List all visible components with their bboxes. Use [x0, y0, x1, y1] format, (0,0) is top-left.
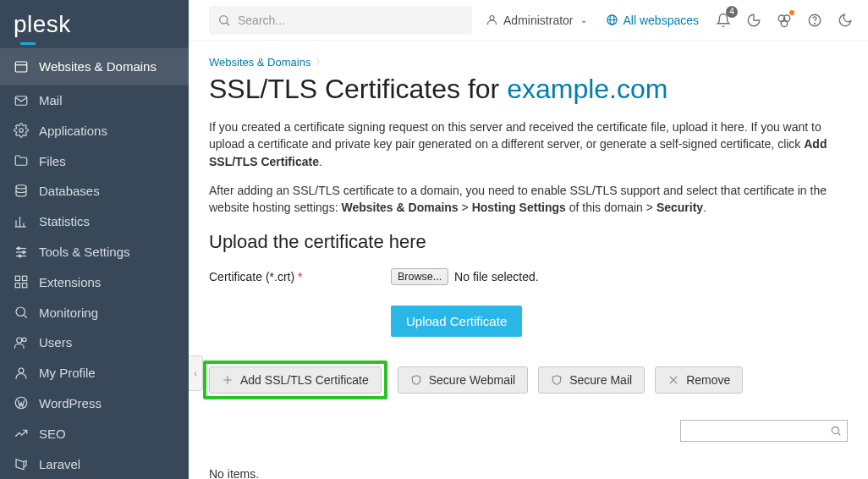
help-button[interactable]: [802, 8, 827, 33]
svg-point-27: [490, 16, 494, 20]
sidebar-item-laravel[interactable]: Laravel: [0, 449, 189, 479]
subscriptions-label: All webspaces: [624, 14, 700, 27]
notifications-button[interactable]: 4: [711, 8, 736, 33]
sidebar-item-mail[interactable]: Mail: [0, 85, 189, 116]
wordpress-icon: [14, 395, 29, 410]
collapse-sidebar-handle[interactable]: ‹: [189, 355, 203, 391]
search-icon: [14, 305, 29, 320]
sidebar-item-label: Extensions: [39, 275, 101, 289]
sidebar-item-wordpress[interactable]: WordPress: [0, 388, 189, 419]
sidebar-item-label: My Profile: [39, 366, 96, 380]
extras-button[interactable]: [772, 8, 797, 33]
svg-point-38: [832, 427, 838, 434]
sidebar-item-label: Laravel: [39, 457, 80, 471]
mail-icon: [14, 93, 29, 108]
chevron-down-icon: ⌄: [580, 15, 587, 25]
sidebar-item-label: Websites & Domains: [39, 59, 157, 74]
seo-icon: [14, 426, 29, 441]
secure-webmail-button[interactable]: Secure Webmail: [398, 366, 528, 394]
sidebar-item-seo[interactable]: SEO: [0, 418, 189, 449]
svg-point-4: [16, 184, 26, 189]
sliders-icon: [14, 245, 29, 260]
svg-rect-2: [15, 96, 27, 105]
svg-point-3: [19, 129, 24, 133]
secure-mail-button[interactable]: Secure Mail: [538, 366, 645, 394]
action-label: Secure Mail: [569, 373, 632, 387]
svg-point-22: [23, 338, 27, 342]
table-search-input[interactable]: [686, 425, 827, 438]
sidebar-item-label: Statistics: [39, 214, 90, 228]
globe-icon: [606, 14, 618, 26]
sidebar-item-label: Files: [39, 154, 66, 168]
action-label: Remove: [686, 373, 730, 387]
upload-certificate-button[interactable]: Upload Certificate: [391, 306, 522, 337]
plus-icon: [222, 374, 233, 386]
dot-badge: [789, 10, 794, 15]
sidebar-item-tools-settings[interactable]: Tools & Settings: [0, 237, 189, 267]
svg-point-35: [815, 23, 816, 24]
svg-point-25: [220, 15, 228, 23]
user-icon: [486, 14, 498, 26]
intro-paragraph-1: If you created a certificate signing req…: [209, 118, 848, 170]
admin-menu[interactable]: Administrator ⌄: [479, 10, 593, 30]
topbar: Administrator ⌄ All webspaces 4: [189, 0, 868, 41]
admin-label: Administrator: [503, 14, 573, 27]
sidebar-item-label: Monitoring: [39, 306, 98, 320]
brand-logo[interactable]: plesk: [0, 0, 189, 48]
svg-rect-16: [23, 277, 27, 281]
browse-button[interactable]: Browse...: [391, 268, 448, 285]
page-title-domain[interactable]: example.com: [507, 74, 667, 104]
highlight-frame: Add SSL/TLS Certificate: [203, 361, 387, 399]
dark-mode-button[interactable]: [832, 8, 858, 33]
no-file-text: No file selected.: [454, 270, 539, 284]
sidebar-item-extensions[interactable]: Extensions: [0, 267, 189, 297]
gear-icon: [14, 123, 29, 138]
svg-rect-17: [15, 284, 19, 288]
shield-icon: [551, 374, 563, 386]
sidebar-item-monitoring[interactable]: Monitoring: [0, 297, 189, 328]
sidebar: plesk Websites & Domains Mail Applicatio…: [0, 0, 189, 479]
database-icon: [14, 184, 29, 199]
global-search[interactable]: [209, 6, 472, 35]
action-label: Add SSL/TLS Certificate: [240, 373, 369, 387]
sidebar-item-users[interactable]: Users: [0, 328, 189, 358]
subscriptions-menu[interactable]: All webspaces: [599, 10, 706, 30]
search-icon: [217, 14, 231, 27]
svg-line-20: [24, 315, 26, 317]
add-ssl-button[interactable]: Add SSL/TLS Certificate: [209, 366, 382, 394]
no-items-text: No items.: [209, 467, 848, 479]
sidebar-item-my-profile[interactable]: My Profile: [0, 358, 189, 388]
sidebar-item-label: Applications: [39, 124, 107, 138]
svg-point-19: [16, 307, 25, 317]
action-bar: ‹ Add SSL/TLS Certificate Secure Webmail: [209, 361, 848, 399]
sidebar-item-statistics[interactable]: Statistics: [0, 206, 189, 237]
sidebar-item-label: Mail: [39, 93, 63, 107]
grid-icon: [14, 274, 29, 289]
sidebar-item-databases[interactable]: Databases: [0, 176, 189, 206]
folder-icon: [14, 153, 29, 168]
sidebar-item-label: WordPress: [39, 396, 102, 410]
svg-point-21: [17, 338, 22, 343]
table-search[interactable]: [680, 420, 848, 442]
breadcrumb: Websites & Domains 〉: [209, 56, 848, 69]
search-input[interactable]: [238, 14, 464, 27]
laravel-icon: [14, 456, 29, 471]
sidebar-item-files[interactable]: Files: [0, 146, 189, 176]
sidebar-item-websites-domains[interactable]: Websites & Domains: [0, 48, 189, 85]
x-icon: [667, 374, 679, 386]
main: Administrator ⌄ All webspaces 4: [189, 0, 868, 479]
svg-line-39: [838, 433, 841, 436]
sidebar-item-applications[interactable]: Applications: [0, 116, 189, 146]
svg-point-23: [19, 368, 24, 373]
remove-button[interactable]: Remove: [655, 366, 743, 394]
svg-point-33: [781, 20, 788, 27]
svg-line-26: [227, 23, 229, 25]
breadcrumb-parent[interactable]: Websites & Domains: [209, 56, 310, 69]
intro-paragraph-2: After adding an SSL/TLS certificate to a…: [209, 182, 848, 217]
search-icon: [830, 425, 842, 437]
sidebar-item-label: Users: [39, 335, 72, 350]
performance-button[interactable]: [741, 8, 766, 33]
svg-rect-18: [23, 284, 27, 288]
certificate-field-row: Certificate (*.crt) * Browse... No file …: [209, 268, 848, 285]
action-label: Secure Webmail: [429, 373, 515, 387]
